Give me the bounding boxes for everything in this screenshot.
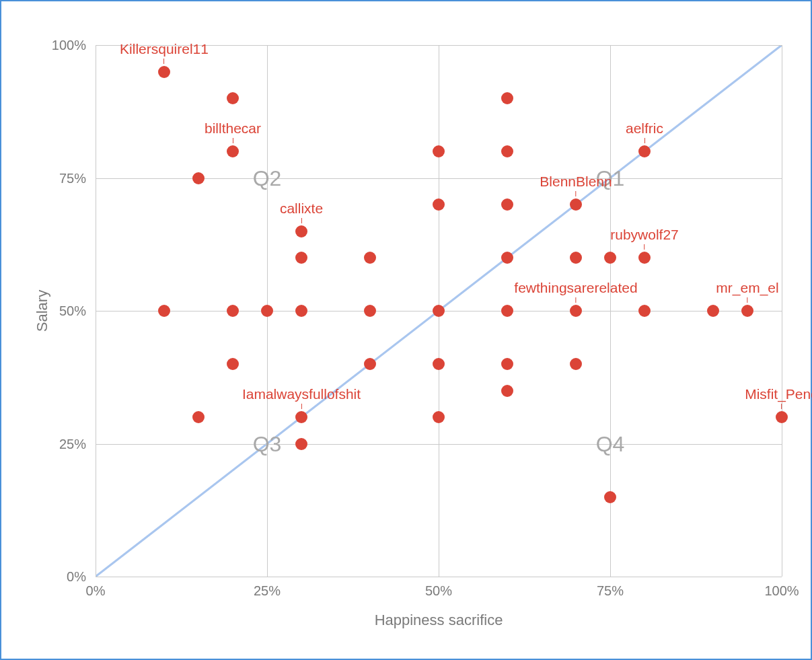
x-tick-label: 25% (254, 583, 281, 599)
data-point[interactable] (227, 92, 239, 104)
chart-area: 0%25%50%75%100%0%25%50%75%100%Q2Q1Q3Q4Ki… (8, 8, 804, 652)
gridline-h (96, 577, 782, 577)
data-point[interactable] (295, 411, 307, 423)
data-point[interactable] (638, 145, 651, 157)
y-tick-label: 100% (52, 38, 86, 53)
data-point[interactable] (192, 172, 205, 184)
data-label: rubywolf27 (610, 227, 679, 250)
data-point[interactable] (433, 145, 445, 157)
y-tick-label: 75% (59, 170, 86, 186)
data-label: Killersquirel11 (120, 41, 209, 64)
data-point[interactable] (501, 385, 513, 397)
data-point[interactable] (433, 305, 445, 317)
data-point[interactable] (638, 305, 651, 317)
data-point[interactable] (227, 145, 239, 157)
data-label: Iamalwaysfullofshit (242, 386, 361, 409)
data-point[interactable] (227, 358, 239, 370)
plot-area: 0%25%50%75%100%0%25%50%75%100%Q2Q1Q3Q4Ki… (96, 45, 782, 577)
chart-frame: 0%25%50%75%100%0%25%50%75%100%Q2Q1Q3Q4Ki… (0, 0, 812, 660)
data-point[interactable] (158, 66, 170, 78)
data-point[interactable] (501, 252, 513, 264)
data-label: Misfit_Peng (745, 386, 812, 409)
data-point[interactable] (501, 358, 513, 370)
data-point[interactable] (433, 358, 445, 370)
data-point[interactable] (570, 198, 582, 211)
data-label: billthecar (205, 120, 261, 143)
x-tick-label: 0% (86, 583, 106, 599)
y-tick-label: 25% (59, 436, 86, 451)
data-point[interactable] (501, 305, 513, 317)
data-point[interactable] (227, 305, 239, 317)
data-point[interactable] (364, 305, 376, 317)
data-point[interactable] (158, 305, 170, 317)
data-point[interactable] (501, 145, 513, 157)
data-point[interactable] (501, 198, 513, 211)
data-point[interactable] (570, 252, 582, 264)
data-label: mr_em_el (716, 280, 778, 303)
data-point[interactable] (295, 225, 307, 237)
data-label: BlennBlenn (540, 174, 612, 196)
data-point[interactable] (364, 358, 376, 370)
y-tick-label: 50% (59, 303, 86, 319)
x-axis-label: Happiness sacrifice (96, 612, 782, 629)
data-label: fewthingsarerelated (514, 280, 637, 303)
gridline-v (782, 45, 782, 577)
data-point[interactable] (192, 411, 205, 423)
data-point[interactable] (295, 305, 307, 317)
x-tick-label: 50% (425, 583, 452, 599)
y-tick-label: 0% (67, 569, 86, 585)
data-label: callixte (280, 200, 323, 223)
data-point[interactable] (638, 252, 651, 264)
x-tick-label: 100% (764, 583, 799, 599)
data-point[interactable] (604, 491, 616, 503)
data-point[interactable] (433, 198, 445, 211)
data-point[interactable] (570, 358, 582, 370)
y-axis-label: Salary (34, 287, 51, 334)
data-point[interactable] (776, 411, 788, 423)
gridline-h (96, 45, 782, 46)
data-point[interactable] (433, 411, 445, 423)
gridline-h (96, 444, 782, 445)
data-label: aelfric (626, 120, 663, 143)
data-point[interactable] (501, 92, 513, 104)
data-point[interactable] (570, 305, 582, 317)
data-point[interactable] (295, 252, 307, 264)
data-point[interactable] (707, 305, 719, 317)
x-tick-label: 75% (597, 583, 624, 599)
data-point[interactable] (364, 252, 376, 264)
data-point[interactable] (741, 305, 753, 317)
data-point[interactable] (261, 305, 273, 317)
data-point[interactable] (295, 438, 307, 450)
data-point[interactable] (604, 252, 616, 264)
